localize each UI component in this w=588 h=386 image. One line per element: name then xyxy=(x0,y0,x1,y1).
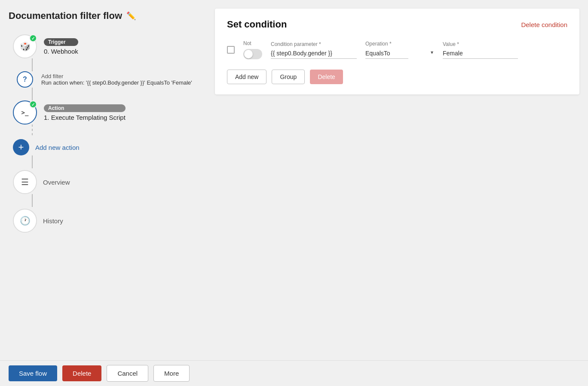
webhook-icon: 🎲 xyxy=(20,41,31,52)
action-tag: Action xyxy=(44,104,126,112)
overview-circle: ☰ xyxy=(13,170,37,194)
history-label: History xyxy=(43,217,63,225)
value-label: Value * xyxy=(443,41,518,47)
value-input[interactable] xyxy=(443,50,518,59)
step-action-badge xyxy=(29,100,37,108)
operation-col: Operation * EqualsTo NotEqualsTo Contain… xyxy=(365,41,434,59)
add-action-circle: + xyxy=(13,139,29,155)
not-toggle[interactable] xyxy=(243,49,262,59)
operation-select-wrap: EqualsTo NotEqualsTo Contains StartsWith… xyxy=(365,49,434,59)
history-circle: 🕐 xyxy=(13,209,37,233)
step-action-row: >_ Action 1. Execute Templating Script xyxy=(13,100,126,125)
condition-param-value[interactable]: {{ step0.Body.gender }} xyxy=(271,50,357,59)
save-flow-button[interactable]: Save flow xyxy=(9,365,57,381)
condition-row: Not Condition parameter * {{ step0.Body.… xyxy=(227,40,567,59)
filter-title: Add filter xyxy=(41,73,192,79)
operation-label: Operation * xyxy=(365,41,434,47)
step-action-label-wrap: Action 1. Execute Templating Script xyxy=(44,104,126,121)
condition-header: Set condition Delete condition xyxy=(227,19,567,30)
filter-line: ? xyxy=(13,71,37,88)
condition-param-label: Condition parameter * xyxy=(271,41,357,47)
add-new-button[interactable]: Add new xyxy=(227,70,266,84)
filter-circle[interactable]: ? xyxy=(17,71,33,88)
filter-area: ? Add filter Run action when: '{{ step0.… xyxy=(13,71,192,88)
group-button[interactable]: Group xyxy=(272,70,305,84)
step-webhook-name: 0. Webhook xyxy=(44,48,78,55)
value-col: Value * xyxy=(443,41,518,59)
condition-param-col: Condition parameter * {{ step0.Body.gend… xyxy=(271,41,357,59)
delete-condition-link[interactable]: Delete condition xyxy=(521,21,567,28)
condition-card: Set condition Delete condition Not Condi… xyxy=(215,9,579,94)
add-new-action-row[interactable]: + Add new action xyxy=(13,139,80,155)
toggle-knob xyxy=(244,50,253,58)
not-label: Not xyxy=(243,40,262,46)
connector-1 xyxy=(32,58,33,71)
operation-select[interactable]: EqualsTo NotEqualsTo Contains StartsWith… xyxy=(365,50,408,59)
cancel-button[interactable]: Cancel xyxy=(107,365,148,382)
condition-checkbox[interactable] xyxy=(227,46,235,54)
step-webhook-badge xyxy=(29,34,37,42)
connector-dashed xyxy=(32,125,33,137)
connector-2 xyxy=(32,88,33,100)
add-action-label: Add new action xyxy=(35,144,80,151)
condition-actions: Add new Group Delete xyxy=(227,70,567,84)
right-panel: Set condition Delete condition Not Condi… xyxy=(206,0,588,360)
filter-content: Add filter Run action when: '{{ step0.Bo… xyxy=(37,71,192,88)
overview-label: Overview xyxy=(43,179,70,186)
connector-4 xyxy=(32,194,33,207)
step-action-name: 1. Execute Templating Script xyxy=(44,114,126,121)
delete-button[interactable]: Delete xyxy=(62,365,101,381)
filter-desc: Run action when: '{{ step0.Body.gender }… xyxy=(41,79,192,86)
footer: Save flow Delete Cancel More xyxy=(0,360,588,386)
connector-3 xyxy=(32,155,33,168)
edit-icon[interactable]: ✏️ xyxy=(126,11,136,21)
overview-row[interactable]: ☰ Overview xyxy=(13,170,70,194)
condition-title: Set condition xyxy=(227,19,287,30)
step-webhook-row: 🎲 Trigger 0. Webhook xyxy=(13,34,78,58)
trigger-tag: Trigger xyxy=(44,38,78,46)
delete-condition-button[interactable]: Delete xyxy=(310,70,343,84)
history-row[interactable]: 🕐 History xyxy=(13,209,63,233)
flow-steps: 🎲 Trigger 0. Webhook ? Add filter xyxy=(9,34,198,233)
history-icon: 🕐 xyxy=(20,216,31,226)
action-icon: >_ xyxy=(21,109,29,116)
flow-title-row: Documentation filter flow ✏️ xyxy=(9,10,198,21)
more-button[interactable]: More xyxy=(153,365,190,382)
left-panel: Documentation filter flow ✏️ 🎲 Trigger 0… xyxy=(0,0,206,360)
page-title: Documentation filter flow xyxy=(9,10,122,21)
step-action-circle[interactable]: >_ xyxy=(13,100,37,125)
not-col: Not xyxy=(243,40,262,59)
step-webhook-label-wrap: Trigger 0. Webhook xyxy=(44,38,78,55)
step-webhook-circle[interactable]: 🎲 xyxy=(13,34,37,58)
overview-icon: ☰ xyxy=(21,177,29,187)
